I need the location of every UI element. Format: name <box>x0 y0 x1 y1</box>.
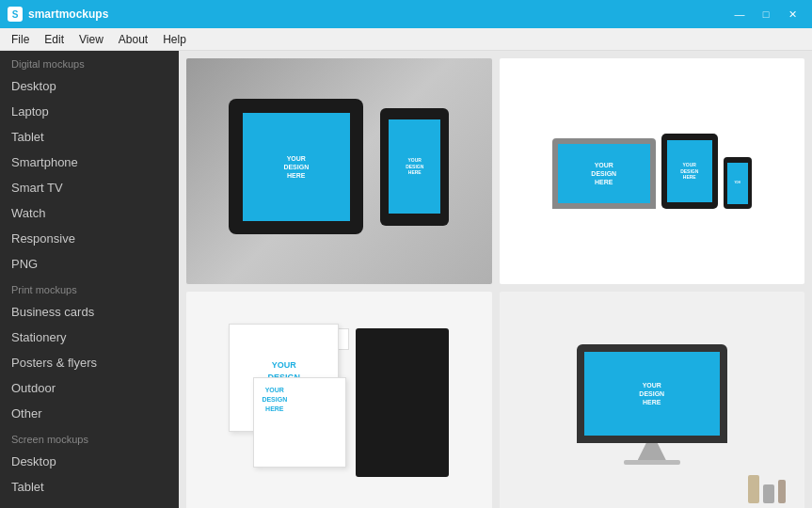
desk-item-1 <box>748 475 759 503</box>
category-print: Print mockups <box>0 277 179 299</box>
ydh-text-paper-medium: YOURDESIGNHERE <box>258 382 291 417</box>
tablet-device: YOURDESIGNHERE <box>229 99 363 234</box>
imac-base <box>624 460 680 465</box>
sidebar: Digital mockups Desktop Laptop Tablet Sm… <box>0 51 179 508</box>
phone-screen-sm: YOURDESIGNHERE <box>389 119 440 214</box>
close-button[interactable]: ✕ <box>780 5 804 24</box>
minimize-button[interactable]: — <box>727 5 752 24</box>
desk-items <box>748 475 786 503</box>
sidebar-item-desktop-screen[interactable]: Desktop <box>0 449 179 474</box>
menu-help[interactable]: Help <box>155 31 194 48</box>
devices-group: YOURDESIGNHERE YOURDESIGNHERE YDH <box>537 119 767 224</box>
phone-screen-v: YDH <box>727 163 749 204</box>
mockup-1-inner: YOURDESIGNHERE YOURDESIGNHERE <box>216 81 461 262</box>
sidebar-item-smarttv[interactable]: Smart TV <box>0 175 179 200</box>
menu-file[interactable]: File <box>4 31 37 48</box>
sidebar-item-laptop[interactable]: Laptop <box>0 99 179 124</box>
imac-screen-wrap: YOURDESIGNHERE <box>577 344 727 443</box>
sidebar-item-businesscards[interactable]: Business cards <box>0 299 179 325</box>
imac-screen: YOURDESIGNHERE <box>584 352 720 436</box>
sidebar-item-smartphone-digital[interactable]: Smartphone <box>0 150 179 175</box>
ydh-text-tablet: YOURDESIGNHERE <box>283 154 309 180</box>
sidebar-item-desktop-digital[interactable]: Desktop <box>0 73 179 99</box>
laptop-device: YOURDESIGNHERE <box>552 138 656 209</box>
app-title: smartmockups <box>28 8 727 21</box>
tablet-screen-v: YOURDESIGNHERE <box>667 140 712 202</box>
notebook-device <box>356 328 449 476</box>
app-logo: S <box>8 7 23 22</box>
laptop-screen: YOURDESIGNHERE <box>558 144 650 203</box>
sidebar-item-watch[interactable]: Watch <box>0 200 179 226</box>
ydh-text-imac: YOURDESIGNHERE <box>639 381 664 406</box>
desk-item-2 <box>763 484 774 503</box>
sidebar-item-outdoor[interactable]: Outdoor <box>0 375 179 401</box>
phone-device-v: YDH <box>724 157 752 209</box>
imac-stand <box>638 443 666 460</box>
menu-bar: File Edit View About Help <box>0 28 812 51</box>
sidebar-item-tablet[interactable]: Tablet <box>0 124 179 150</box>
sidebar-item-posters[interactable]: Posters & flyers <box>0 350 179 375</box>
ydh-text-phone-sm: YOURDESIGNHERE <box>406 157 423 176</box>
maximize-button[interactable]: □ <box>754 5 778 24</box>
main-layout: Digital mockups Desktop Laptop Tablet Sm… <box>0 51 812 508</box>
paper-medium: YOURDESIGNHERE <box>253 377 346 468</box>
tablet-device-v: YOURDESIGNHERE <box>661 134 718 209</box>
mockup-card-2[interactable]: YOURDESIGNHERE YOURDESIGNHERE YDH <box>500 58 805 284</box>
mockup-grid: YOURDESIGNHERE YOURDESIGNHERE YOURDESIGN… <box>179 51 812 508</box>
phone-device-sm: YOURDESIGNHERE <box>380 108 449 226</box>
ydh-text-phone-v: YDH <box>735 182 740 185</box>
sidebar-item-stationery[interactable]: Stationery <box>0 325 179 350</box>
ydh-text-laptop: YOURDESIGNHERE <box>591 161 616 186</box>
stationery-group: YOURDESIGN YOURDESIGNHERE YOURDESIGNHERE <box>216 314 461 495</box>
sidebar-item-smartphone-screen[interactable]: Smartphone <box>0 500 179 508</box>
sidebar-item-other[interactable]: Other <box>0 401 179 426</box>
menu-view[interactable]: View <box>72 31 111 48</box>
sidebar-item-png[interactable]: PNG <box>0 251 179 277</box>
window-controls: — □ ✕ <box>727 5 804 24</box>
tablet-screen: YOURDESIGNHERE <box>243 113 350 221</box>
ydh-text-tablet-v: YOURDESIGNHERE <box>680 162 698 181</box>
sidebar-item-tablet-screen[interactable]: Tablet <box>0 474 179 500</box>
title-bar: S smartmockups — □ ✕ <box>0 0 812 28</box>
mockup-card-3[interactable]: YOURDESIGN YOURDESIGNHERE YOURDESIGNHERE <box>186 292 492 508</box>
mockup-card-4[interactable]: YOURDESIGNHERE <box>500 292 805 508</box>
mockup-card-1[interactable]: YOURDESIGNHERE YOURDESIGNHERE <box>186 58 492 284</box>
imac-device: YOURDESIGNHERE <box>577 344 727 465</box>
category-screen: Screen mockups <box>0 426 179 449</box>
menu-about[interactable]: About <box>111 31 155 48</box>
desk-item-3 <box>778 480 786 503</box>
category-digital: Digital mockups <box>0 51 179 73</box>
menu-edit[interactable]: Edit <box>37 31 72 48</box>
sidebar-item-responsive[interactable]: Responsive <box>0 226 179 251</box>
